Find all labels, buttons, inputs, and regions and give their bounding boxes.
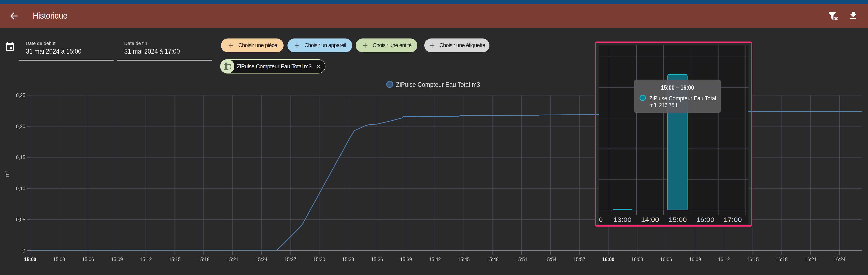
- svg-text:15:00 – 16:00: 15:00 – 16:00: [661, 84, 694, 91]
- svg-text:ZiPulse Compteur Eau Total: ZiPulse Compteur Eau Total: [649, 95, 716, 102]
- svg-text:m3: 216,75 L: m3: 216,75 L: [649, 102, 679, 109]
